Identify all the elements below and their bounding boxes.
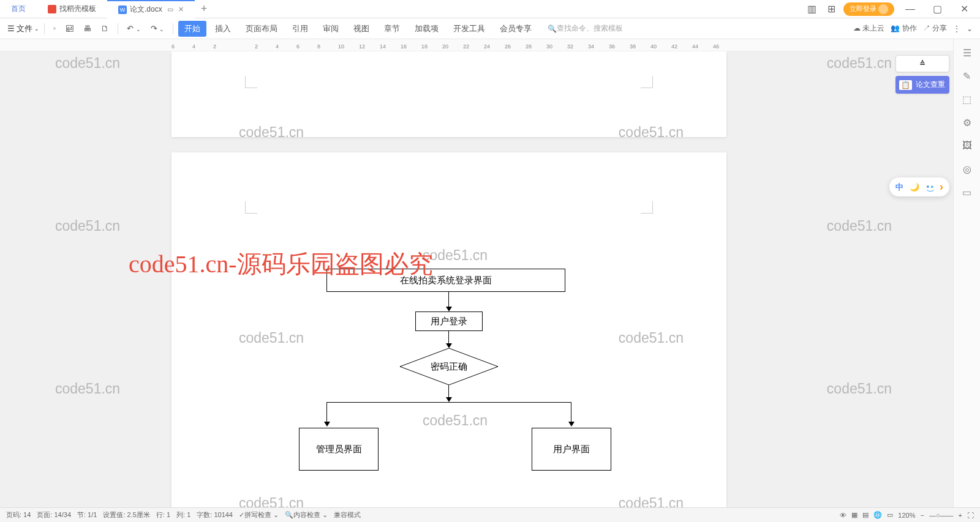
sb-setting[interactable]: 设置值: 2.5厘米 [103,510,149,520]
sb-content[interactable]: 🔍内容检查 ⌄ [285,510,328,520]
sb-zoomout-icon[interactable]: − [920,512,924,519]
maximize-button[interactable]: ▢ [926,1,948,18]
statusbar: 页码: 14 页面: 14/34 节: 1/1 设置值: 2.5厘米 行: 1 … [0,507,980,522]
layout-icon[interactable]: ▥ [804,2,819,17]
flow-admin: 管理员界面 [299,428,379,471]
titlebar: 首页 找稻壳模板 W论文.docx▭✕ + ▥ ⊞ 立即登录 — ▢ ✕ [0,0,980,18]
sb-zoomin-icon[interactable]: + [959,512,962,519]
ime-arrow-icon[interactable]: › [940,181,943,193]
sb-zoom[interactable]: 120% [898,512,915,519]
page-current[interactable]: code51.cn code51.cn code51.cn code51.cn … [172,152,726,507]
ribbon-addon[interactable]: 加载项 [409,21,445,37]
watermark: code51.cn [827,55,892,72]
watermark: code51.cn [239,124,304,141]
tab-close-icon[interactable]: ✕ [178,6,184,13]
watermark: code51.cn [239,330,304,346]
avatar-icon [878,4,888,14]
rail-image-icon[interactable]: 🖼 [961,140,973,152]
svg-rect-1 [54,28,55,28]
close-button[interactable]: ✕ [953,1,975,18]
watermark-large: code51.cn-源码乐园盗图必究 [129,247,433,281]
ime-lang[interactable]: 中 [895,182,903,193]
tab-document[interactable]: W论文.docx▭✕ [107,0,195,18]
sb-view4-icon[interactable]: ▭ [887,511,893,519]
side-panel: ≙ 📋论文查重 [892,51,953,97]
rail-settings-icon[interactable]: ⚙ [961,116,973,129]
sb-view1-icon[interactable]: ▦ [851,511,858,519]
rail-menu-icon[interactable]: ☰ [961,47,973,59]
sb-col[interactable]: 列: 1 [176,510,190,520]
sb-slider[interactable]: —○—— [929,512,954,519]
search-input[interactable]: 🔍 查找命令、搜索模板 [548,23,623,34]
watermark: code51.cn [619,330,684,346]
tab-menu-icon[interactable]: ▭ [167,6,173,13]
panel-collapse[interactable]: ≙ [895,55,949,72]
page-previous: code51.cn code51.cn [172,51,726,137]
watermark: code51.cn [55,381,120,397]
flow-decision: 密码正确 [400,348,498,385]
right-rail: ☰ ✎ ⬚ ⚙ 🖼 ◎ ▭ [953,39,980,507]
watermark: code51.cn [423,412,488,429]
ribbon-view[interactable]: 视图 [347,21,375,37]
ribbon-dev[interactable]: 开发工具 [447,21,491,37]
watermark: code51.cn [55,218,120,234]
sb-fullscreen-icon[interactable]: ⛶ [967,512,974,519]
collab-button[interactable]: 👥 协作 [891,23,916,34]
template-icon [48,5,56,13]
flow-user: 用户界面 [532,428,611,471]
paper-check-button[interactable]: 📋论文查重 [895,76,949,94]
ime-face-icon[interactable]: •͜• [925,182,933,192]
sb-row[interactable]: 行: 1 [156,510,170,520]
saveas-icon[interactable]: 🗟 [62,21,77,35]
sb-eye-icon[interactable]: 👁 [840,512,846,519]
login-button[interactable]: 立即登录 [843,2,894,16]
ime-moon-icon[interactable]: 🌙 [910,182,919,192]
ribbon-member[interactable]: 会员专享 [494,21,538,37]
rail-select-icon[interactable]: ⬚ [961,93,973,105]
ribbon-start[interactable]: 开始 [178,21,206,37]
rail-book-icon[interactable]: ▭ [961,186,973,198]
add-tab-button[interactable]: + [195,2,214,15]
ribbon-ref[interactable]: 引用 [286,21,314,37]
save-icon[interactable] [50,24,59,34]
watermark: code51.cn [55,55,120,72]
cloud-status[interactable]: ☁ 未上云 [853,23,884,34]
ribbon-layout[interactable]: 页面布局 [239,21,284,37]
toolbar: ☰ 文件 ⌄ 🗟 🖶 🗋 ↶ ⌄ ↷ ⌄ 开始 插入 页面布局 引用 审阅 视图… [0,18,980,39]
sb-view3-icon[interactable]: 🌐 [873,511,882,519]
undo-icon[interactable]: ↶ ⌄ [123,21,145,35]
sb-spell[interactable]: ✓拼写检查 ⌄ [239,510,279,520]
watermark: code51.cn [619,495,684,507]
sb-compat[interactable]: 兼容模式 [334,510,361,520]
apps-icon[interactable]: ⊞ [824,2,839,17]
sb-pages[interactable]: 页面: 14/34 [37,510,71,520]
rail-target-icon[interactable]: ◎ [961,163,973,175]
expand-icon[interactable]: ⌄ [967,24,973,33]
minimize-button[interactable]: — [899,1,921,18]
ribbon-chapter[interactable]: 章节 [378,21,406,37]
redo-icon[interactable]: ↷ ⌄ [147,21,168,35]
watermark: code51.cn [827,218,892,234]
ime-toolbar[interactable]: 中 🌙 •͜• › [889,177,949,196]
sb-words[interactable]: 字数: 10144 [197,510,233,520]
ribbon-review[interactable]: 审阅 [317,21,345,37]
watermark: code51.cn [619,124,684,141]
watermark: code51.cn [827,381,892,397]
ribbon-insert[interactable]: 插入 [209,21,237,37]
tab-home[interactable]: 首页 [0,0,37,18]
tab-template[interactable]: 找稻壳模板 [37,0,107,18]
share-button[interactable]: ↗ 分享 [923,23,947,34]
more-icon[interactable]: ⋮ [953,24,960,33]
flow-login: 用户登录 [415,311,483,331]
word-icon: W [118,6,127,14]
sb-section[interactable]: 节: 1/1 [77,510,97,520]
ruler: 6422468101214161820222426283032343638404… [0,39,980,51]
print-icon[interactable]: 🖶 [80,21,95,35]
rail-pen-icon[interactable]: ✎ [961,70,973,82]
watermark: code51.cn [239,495,304,507]
preview-icon[interactable]: 🗋 [97,21,113,35]
sb-page[interactable]: 页码: 14 [6,510,31,520]
sb-view2-icon[interactable]: ▤ [862,511,869,519]
document-area: code51.cn code51.cn code51.cn code51.cn … [0,51,953,507]
file-menu[interactable]: ☰ 文件 ⌄ [7,23,39,34]
